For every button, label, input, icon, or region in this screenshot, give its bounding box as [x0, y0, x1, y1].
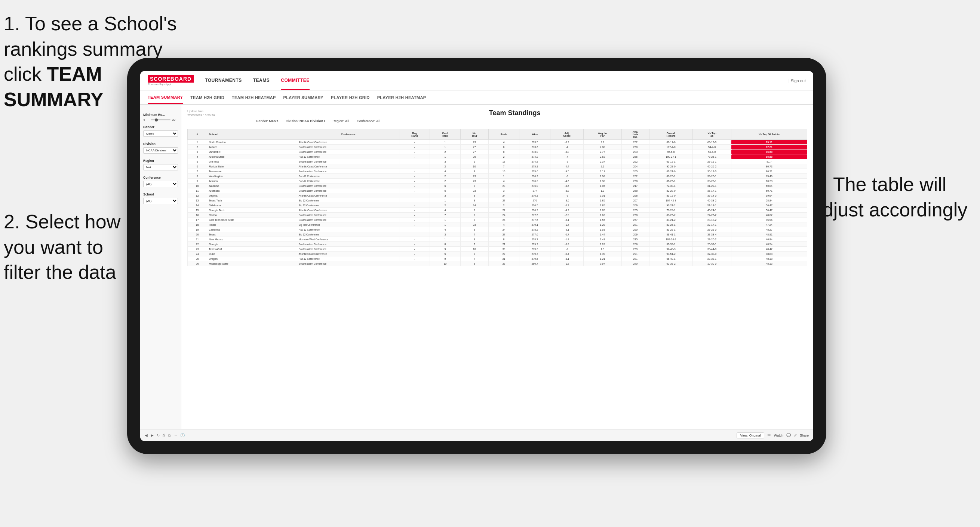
instruction-step2-line3: filter the data	[4, 261, 116, 283]
subtab-team-summary[interactable]: TEAM SUMMARY	[148, 91, 183, 104]
subtab-player-summary[interactable]: PLAYER SUMMARY	[283, 92, 323, 103]
col-conf-rank: ConfRank	[430, 129, 461, 140]
expand-icon[interactable]: ⤢	[794, 433, 797, 437]
cell-avg-low: 221	[621, 252, 649, 256]
nav-item-teams[interactable]: TEAMS	[253, 72, 270, 90]
cell-avg-low: 268	[621, 179, 649, 184]
cell-no-tour: 8	[460, 227, 488, 232]
cell-conf-rank: 6	[430, 188, 461, 193]
view-original-button[interactable]: View: Original	[737, 432, 764, 438]
subtab-player-h2h-heatmap[interactable]: PLAYER H2H HEATMAP	[377, 92, 426, 103]
cell-school: East Tennessee State	[207, 217, 297, 222]
comment-icon[interactable]: 💬	[786, 433, 791, 437]
col-conference: Conference	[297, 129, 399, 140]
cell-reg-rank: -	[399, 188, 430, 193]
school-select[interactable]: (All)	[143, 198, 178, 204]
cell-overall: 80-25-1	[649, 222, 693, 227]
share-icon-2[interactable]: ⎙	[163, 433, 165, 437]
cell-pts: 58.84	[731, 198, 807, 203]
region-select[interactable]: N/A	[143, 164, 178, 170]
cell-wins: 276.9	[519, 184, 550, 188]
cell-conf-rank: 1	[430, 217, 461, 222]
cell-wins: 273.9	[519, 149, 550, 154]
cell-vs25: 46-24-1	[692, 208, 731, 213]
cell-avg-to-par: 1.28	[584, 222, 621, 227]
cell-conf: Pac-12 Conference	[297, 174, 399, 179]
cell-rank: 3	[188, 149, 207, 154]
cell-no-tour: 9	[460, 237, 488, 242]
cell-vs25: 39-20-1	[692, 174, 731, 179]
eye-icon[interactable]: 👁	[767, 433, 771, 437]
subtab-player-h2h-grid[interactable]: PLAYER H2H GRID	[331, 92, 370, 103]
cell-wins: 273.6	[519, 144, 550, 149]
cell-conf: Big 12 Conference	[297, 203, 399, 208]
cell-adj-score: -1.4	[550, 222, 584, 227]
cell-rank: 10	[188, 184, 207, 188]
gender-select[interactable]: Men's	[143, 130, 178, 137]
cell-reg-rank: -	[399, 208, 430, 213]
tablet-frame: SCOREBOARD Powered by clippi TOURNAMENTS…	[127, 58, 826, 454]
cell-adj-score: -6	[550, 174, 584, 179]
subtab-team-h2h-grid[interactable]: TEAM H2H GRID	[190, 92, 224, 103]
watch-button[interactable]: Watch	[774, 433, 783, 437]
forward-icon[interactable]: ▶	[151, 433, 154, 437]
nav-item-tournaments[interactable]: TOURNAMENTS	[205, 72, 242, 90]
cell-school: Auburn	[207, 144, 297, 149]
cell-rnds: 4	[488, 140, 519, 144]
cell-pts: 65.49	[731, 174, 807, 179]
cell-adj-score: -3.8	[550, 149, 584, 154]
cell-overall: 88-17-0	[649, 140, 693, 144]
update-time: Update time: 27/03/2024 16:56:26	[187, 109, 215, 117]
cell-overall: 95-29-0	[649, 164, 693, 169]
cell-conf-rank: 3	[430, 232, 461, 237]
cell-no-tour: 9	[460, 198, 488, 203]
cell-rnds: 23	[488, 261, 519, 266]
table-row: 4 Arizona State Pac-12 Conference - 1 26…	[188, 154, 807, 159]
cell-rnds: 21	[488, 242, 519, 247]
division-select[interactable]: NCAA Division I	[143, 147, 178, 154]
cell-avg-low: 271	[621, 256, 649, 261]
cell-pts: 60.71	[731, 188, 807, 193]
cell-conf-rank: 3	[430, 159, 461, 164]
cell-conf: Pac-12 Conference	[297, 227, 399, 232]
cell-avg-low: 262	[621, 159, 649, 164]
slider-control[interactable]	[151, 119, 170, 121]
table-header-section: Update time: 27/03/2024 16:56:26 Team St…	[187, 109, 807, 126]
back-icon[interactable]: ◀	[145, 433, 148, 437]
cell-wins: 277.5	[519, 213, 550, 217]
cell-avg-to-par: 2.2	[584, 164, 621, 169]
cell-reg-rank: -	[399, 149, 430, 154]
clock-icon[interactable]: 🕐	[180, 433, 185, 437]
cell-overall: 83-15-0	[649, 193, 693, 198]
subtab-team-h2h-heatmap[interactable]: TEAM H2H HEATMAP	[232, 92, 276, 103]
nav-item-committee[interactable]: COMMITTEE	[281, 72, 310, 90]
cell-adj-score: -9.5	[550, 169, 584, 174]
more-icon[interactable]: ⋯	[173, 433, 177, 437]
copy-icon[interactable]: ⧉	[168, 433, 170, 438]
cell-school: Arizona	[207, 179, 297, 184]
cell-school: Florida State	[207, 164, 297, 169]
table-row: 1 North Carolina Atlantic Coast Conferen…	[188, 140, 807, 144]
cell-wins: 280.7	[519, 261, 550, 266]
cell-avg-to-par: 1.63	[584, 213, 621, 217]
cell-conf-rank: 1	[430, 154, 461, 159]
sign-out-button[interactable]: Sign out	[789, 78, 806, 83]
cell-reg-rank: -	[399, 252, 430, 256]
cell-adj-score: -5.1	[550, 217, 584, 222]
share-button[interactable]: Share	[800, 433, 809, 437]
cell-rnds: 21	[488, 256, 519, 261]
cell-overall: 83-25-1	[649, 227, 693, 232]
cell-reg-rank: -	[399, 213, 430, 217]
subtabs: TEAM SUMMARY TEAM H2H GRID TEAM H2H HEAT…	[140, 90, 813, 105]
cell-avg-to-par: 2.88	[584, 144, 621, 149]
cell-conf-rank: 4	[430, 169, 461, 174]
col-avg-low: Avg.LowRd.	[621, 129, 649, 140]
table-row: 9 Arizona Pac-12 Conference - 2 23 4 276…	[188, 179, 807, 184]
refresh-icon[interactable]: ↻	[157, 433, 160, 437]
cell-no-tour: 23	[460, 140, 488, 144]
table-row: 19 California Pac-12 Conference - 4 8 24…	[188, 227, 807, 232]
cell-rnds: 6	[488, 144, 519, 149]
conference-select[interactable]: (All)	[143, 181, 178, 187]
cell-conf: Atlantic Coast Conference	[297, 164, 399, 169]
cell-vs25: 30-19-0	[692, 169, 731, 174]
